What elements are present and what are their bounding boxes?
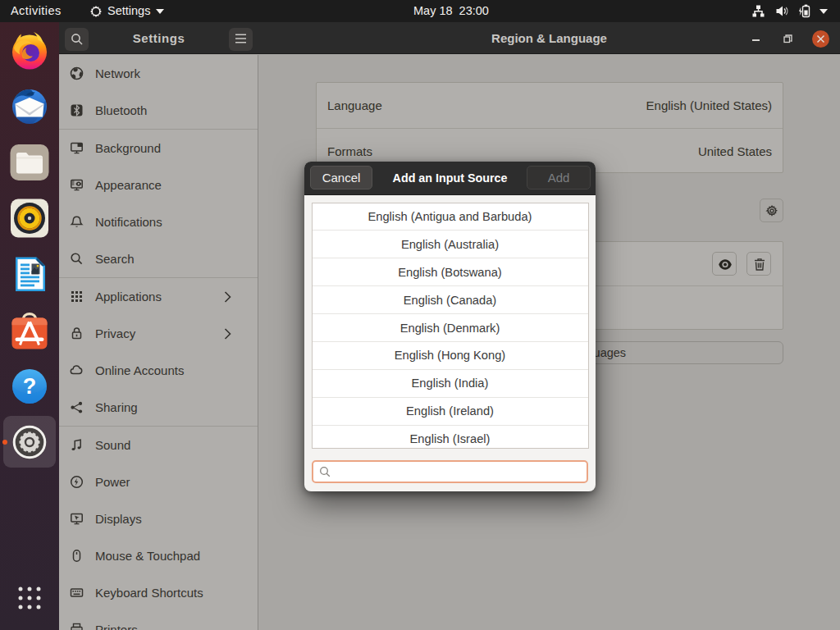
- svg-text:?: ?: [23, 374, 37, 399]
